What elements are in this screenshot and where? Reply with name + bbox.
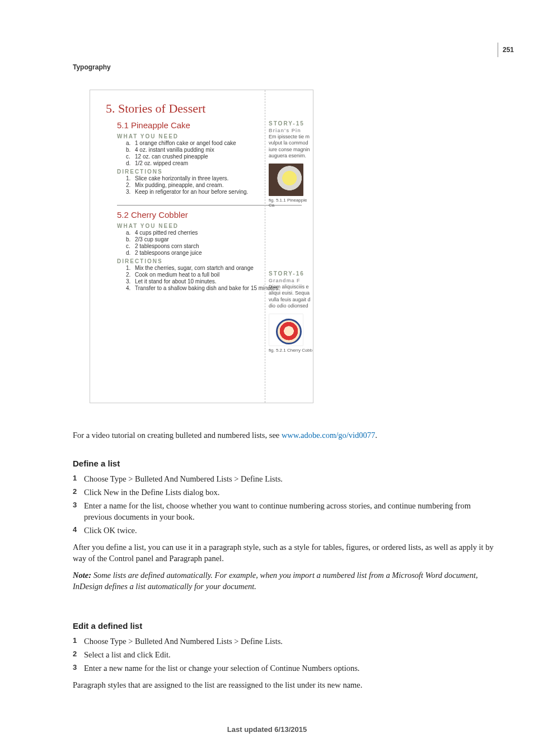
step: 2Select a list and click Edit. xyxy=(73,649,498,660)
step: 1Choose Type > Bulleted And Numbered Lis… xyxy=(73,473,498,484)
section-edit-a-defined-list: Edit a defined list 1Choose Type > Bulle… xyxy=(73,610,498,690)
story-blurb: Diam aliquisciiis e aliqui euisi. Sequa … xyxy=(269,284,313,309)
section-heading: Edit a defined list xyxy=(73,620,498,632)
paragraph: After you define a list, you can use it … xyxy=(73,542,498,564)
figure-caption: fig. 5.1.1 Pineapple Ca xyxy=(269,198,313,208)
step: 4Click OK twice. xyxy=(73,525,498,536)
step: 3Enter a name for the list, choose wheth… xyxy=(73,500,498,522)
note: Note: Some lists are defined automatical… xyxy=(73,570,498,592)
section-define-a-list: Define a list 1Choose Type > Bulleted An… xyxy=(73,448,498,592)
footer-last-updated: Last updated 6/13/2015 xyxy=(0,725,534,734)
step: 2Click New in the Define Lists dialog bo… xyxy=(73,487,498,498)
section-heading: Define a list xyxy=(73,458,498,470)
story-number: STORY-16 xyxy=(269,270,313,277)
video-link[interactable]: www.adobe.com/go/vid0077 xyxy=(282,431,375,440)
figure-thumbnail xyxy=(269,164,303,196)
figure-caption: fig. 5.2.1 Cherry Cobb xyxy=(269,348,313,353)
chapter-title: Typography xyxy=(73,63,111,71)
paragraph: Paragraph styles that are assigned to th… xyxy=(73,679,498,690)
figure-sidebar: STORY-15 Brian's Pin Em ipissecte tie m … xyxy=(265,90,313,403)
story-number: STORY-15 xyxy=(269,120,313,127)
figure-thumbnail xyxy=(269,314,303,346)
step: 3Enter a new name for the list or change… xyxy=(73,662,498,674)
intro-paragraph: For a video tutorial on creating bullete… xyxy=(73,430,498,441)
story-author: Brian's Pin xyxy=(269,128,313,133)
story-blurb: Em ipissecte tie m vulput la commod iure… xyxy=(269,134,313,159)
story-author: Grandma F xyxy=(269,278,313,283)
step: 1Choose Type > Bulleted And Numbered Lis… xyxy=(73,636,498,647)
page-number: 251 xyxy=(498,43,514,57)
figure-defined-lists: 5. Stories of Dessert 5.1 Pineapple Cake… xyxy=(90,90,313,403)
